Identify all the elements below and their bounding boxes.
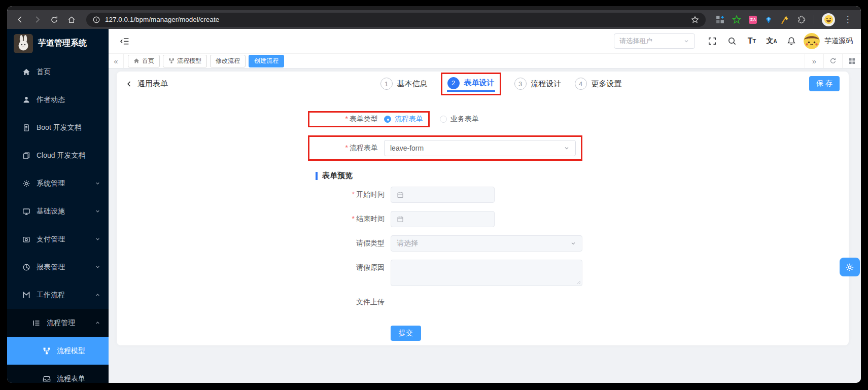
section-title: 表单预览 (322, 171, 353, 181)
broom-extension-icon[interactable] (780, 15, 789, 24)
address-bar[interactable]: 127.0.0.1/bpm/manager/model/create (86, 13, 706, 27)
sidebar-item-author[interactable]: 作者动态 (7, 86, 109, 114)
form-preview-section: 表单预览 (316, 171, 606, 181)
radio-dot (384, 116, 391, 123)
window-top-strip (7, 6, 861, 10)
sidebar-item-boot-docs[interactable]: Boot 开发文档 (7, 114, 109, 141)
sidebar-item-cloud-docs[interactable]: Cloud 开发文档 (7, 141, 109, 169)
page-title: 通用表单 (137, 79, 168, 89)
app-logo[interactable]: 芋道管理系统 (7, 29, 109, 58)
sidebar-item-infra[interactable]: 基础设施 (7, 197, 109, 225)
radio-dot (440, 116, 447, 123)
tab-process-model[interactable]: 流程模型 (163, 55, 207, 67)
home-icon[interactable] (64, 12, 79, 27)
language-icon[interactable]: 文A (764, 33, 779, 49)
gem-extension-icon[interactable] (765, 16, 773, 24)
radio-process-form[interactable]: 流程表单 (384, 115, 423, 124)
chevron-down-icon (570, 240, 576, 246)
start-time-row: *开始时间 (315, 187, 606, 203)
forward-icon[interactable] (29, 12, 45, 27)
chevron-down-icon (683, 38, 689, 44)
step-more-settings[interactable]: 4 更多设置 (575, 78, 622, 90)
back-button[interactable]: 通用表单 (126, 79, 168, 89)
sidebar-fold-icon[interactable] (117, 33, 132, 49)
page-tabs-bar: « 首页 流程模型 修改流程 创建流程 (109, 53, 861, 68)
font-size-icon[interactable]: TT (744, 33, 759, 49)
save-button[interactable]: 保 存 (809, 76, 840, 91)
submit-button[interactable]: 提交 (391, 326, 421, 341)
sidebar-item-payment[interactable]: 支付管理 (7, 225, 109, 253)
leave-type-select: 请选择 (391, 235, 582, 252)
start-time-label: *开始时间 (315, 190, 391, 199)
tabs-scroll-right-icon[interactable]: » (805, 54, 823, 68)
step-process-design[interactable]: 3 流程设计 (514, 78, 562, 90)
page-content: 通用表单 1 基本信息 2 表单设计 (109, 68, 861, 383)
browser-menu-icon[interactable]: ⋮ (843, 14, 853, 25)
leave-type-placeholder: 请选择 (397, 239, 418, 248)
steps: 1 基本信息 2 表单设计 3 (380, 72, 622, 96)
sidebar-item-report[interactable]: 报表管理 (7, 253, 109, 281)
chevron-down-icon (95, 264, 100, 270)
chevron-down-icon (95, 236, 100, 242)
inbox-form-icon (43, 375, 51, 383)
sidebar-item-system[interactable]: 系统管理 (7, 169, 109, 197)
sidebar-item-workflow[interactable]: 工作流程 (7, 281, 109, 309)
process-form-select[interactable]: leave-form (384, 140, 576, 156)
chevron-left-icon (126, 81, 132, 87)
top-navbar: 请选择租户 TT 文A (109, 29, 861, 53)
start-time-date-input (391, 187, 495, 203)
pie-chart-icon (22, 263, 30, 271)
calendar-icon (397, 216, 404, 223)
squares-extension-icon[interactable] (716, 15, 724, 24)
extensions-puzzle-icon[interactable] (797, 15, 806, 24)
step-basic-info[interactable]: 1 基本信息 (380, 78, 428, 90)
info-icon (92, 16, 100, 24)
translate-extension-icon[interactable]: 文A (749, 16, 757, 24)
card-header: 通用表单 1 基本信息 2 表单设计 (126, 72, 840, 96)
end-time-label: *结束时间 (315, 215, 391, 224)
green-star-extension-icon[interactable] (732, 15, 741, 24)
tab-layout-grid-icon[interactable] (842, 54, 861, 68)
browser-toolbar: 127.0.0.1/bpm/manager/model/create 文A (7, 10, 861, 29)
annotation-box-form-type: *表单类型 流程表单 (308, 111, 430, 127)
share-nodes-icon (43, 347, 51, 355)
notification-bell-icon[interactable] (784, 33, 799, 49)
sidebar-item-process-model[interactable]: 流程模型 (7, 337, 109, 365)
tenant-select[interactable]: 请选择租户 (614, 33, 695, 49)
toolbar-divider (814, 15, 814, 24)
back-icon[interactable] (12, 12, 27, 27)
gear-icon (22, 180, 30, 188)
search-icon[interactable] (724, 33, 740, 49)
form-type-label: *表单类型 (315, 115, 384, 124)
sidebar-item-process-form[interactable]: 流程表单 (7, 365, 109, 383)
end-time-date-input (391, 211, 495, 227)
rabbit-logo-image (14, 34, 33, 53)
reload-icon[interactable] (47, 12, 62, 27)
radio-business-form[interactable]: 业务表单 (440, 115, 479, 124)
form-type-row: *表单类型 流程表单 业务表单 (315, 111, 606, 127)
tab-refresh-icon[interactable] (823, 54, 842, 68)
list-icon (32, 319, 41, 327)
chevron-up-icon (95, 320, 100, 326)
bookmark-star-icon[interactable] (690, 15, 700, 24)
end-time-row: *结束时间 (315, 211, 606, 227)
step-form-design[interactable]: 2 表单设计 (447, 77, 495, 89)
username-text[interactable]: 芋道源码 (824, 37, 853, 46)
sidebar-item-process-management[interactable]: 流程管理 (7, 309, 109, 337)
tab-create-process[interactable]: 创建流程 (249, 55, 284, 67)
tab-edit-process[interactable]: 修改流程 (210, 55, 246, 67)
profile-emoji-avatar[interactable] (822, 13, 835, 26)
tab-home[interactable]: 首页 (128, 55, 160, 67)
sidebar-item-home[interactable]: 首页 (7, 58, 109, 86)
fullscreen-icon[interactable] (705, 33, 720, 49)
model-create-card: 通用表单 1 基本信息 2 表单设计 (117, 72, 849, 345)
chevron-down-icon (564, 145, 570, 151)
tabs-scroll-left-icon[interactable]: « (109, 54, 124, 68)
process-form-value: leave-form (390, 144, 424, 152)
resize-handle-icon (576, 280, 581, 285)
share-nodes-icon (168, 58, 175, 64)
user-avatar[interactable] (804, 33, 820, 49)
sidebar: 芋道管理系统 首页 作者动态 Boot 开发文档 Cloud 开发文档 (7, 29, 109, 383)
url-text: 127.0.0.1/bpm/manager/model/create (105, 16, 219, 23)
settings-drawer-button[interactable] (840, 258, 860, 276)
